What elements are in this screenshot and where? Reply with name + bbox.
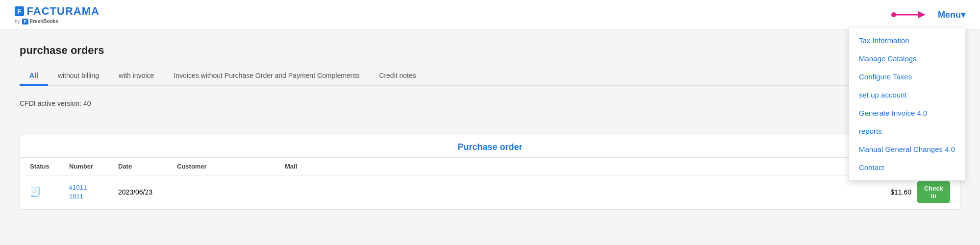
freshbooks-text: FreshBooks — [30, 19, 58, 24]
tab-credit-notes[interactable]: Credit notes — [369, 67, 426, 86]
cfdi-version-label: CFDI active version: 40 — [20, 99, 91, 107]
menu-item-reports[interactable]: reports — [849, 122, 965, 140]
tab-without-billing[interactable]: without billing — [48, 67, 109, 86]
tab-all[interactable]: All — [20, 67, 48, 86]
freshbooks-icon: F — [22, 19, 29, 24]
purchase-order-section-header: Purchase order — [20, 135, 960, 158]
header: F FACTURAMA by F FreshBooks Menu▾ Tax In… — [0, 0, 980, 29]
page-title: purchase orders — [20, 44, 960, 57]
column-header-mail: Mail — [285, 163, 891, 170]
header-right: Menu▾ Tax InformationManage CatalogsConf… — [889, 7, 965, 22]
column-header-status: Status — [30, 163, 69, 170]
column-header-customer: Customer — [177, 163, 285, 170]
table-row: 🧾#101110112023/06/23$11.60Check in — [20, 175, 960, 209]
menu-item-generate-invoice[interactable]: Generate Invoice 4.0 — [849, 104, 965, 122]
menu-dropdown: Tax InformationManage CatalogsConfigure … — [849, 27, 965, 181]
svg-marker-2 — [918, 11, 926, 18]
svg-point-0 — [891, 12, 896, 17]
row-total-cell: $11.60Check in — [891, 181, 950, 203]
logo-text: FACTURAMA — [27, 5, 100, 18]
check-in-button[interactable]: Check in — [917, 181, 950, 203]
tabs: Allwithout billingwith invoiceInvoices w… — [20, 67, 960, 86]
menu-item-set-up-account[interactable]: set up account — [849, 86, 965, 104]
freshbooks-logo: F FreshBooks — [22, 19, 58, 24]
pagination-row: Page 1 < > of 1 — [20, 116, 960, 130]
filter-bar: CFDI active version: 40 More search opti… — [20, 96, 960, 111]
table-header-row: StatusNumberDateCustomerMailTotal — [20, 158, 960, 175]
row-total-value: $11.60 — [890, 188, 911, 196]
menu-item-contact[interactable]: Contact — [849, 158, 965, 176]
menu-arrow-icon — [889, 7, 928, 22]
column-header-date: Date — [118, 163, 177, 170]
main-content: purchase orders Allwithout billingwith i… — [0, 29, 980, 224]
menu-item-manage-catalogs[interactable]: Manage Catalogs — [849, 49, 965, 68]
tab-invoices-without-po[interactable]: Invoices without Purchase Order and Paym… — [164, 67, 369, 86]
row-number[interactable]: #10111011 — [69, 183, 118, 201]
logo-by: by F FreshBooks — [15, 19, 58, 24]
logo-f-icon: F — [15, 6, 24, 16]
menu-item-tax-information[interactable]: Tax Information — [849, 31, 965, 49]
purchase-orders-table: Purchase order StatusNumberDateCustomerM… — [20, 135, 960, 210]
logo-main: F FACTURAMA — [15, 5, 100, 18]
menu-item-configure-taxes[interactable]: Configure Taxes — [849, 68, 965, 86]
menu-button[interactable]: Menu▾ — [938, 9, 965, 20]
tab-with-invoice[interactable]: with invoice — [109, 67, 164, 86]
column-header-number: Number — [69, 163, 118, 170]
row-status-icon: 🧾 — [30, 187, 69, 197]
row-date: 2023/06/23 — [118, 188, 177, 196]
table-body: 🧾#101110112023/06/23$11.60Check in — [20, 175, 960, 209]
logo-area: F FACTURAMA by F FreshBooks — [15, 5, 100, 24]
menu-item-manual-general-changes[interactable]: Manual General Changes 4.0 — [849, 140, 965, 158]
by-label: by — [15, 19, 20, 24]
